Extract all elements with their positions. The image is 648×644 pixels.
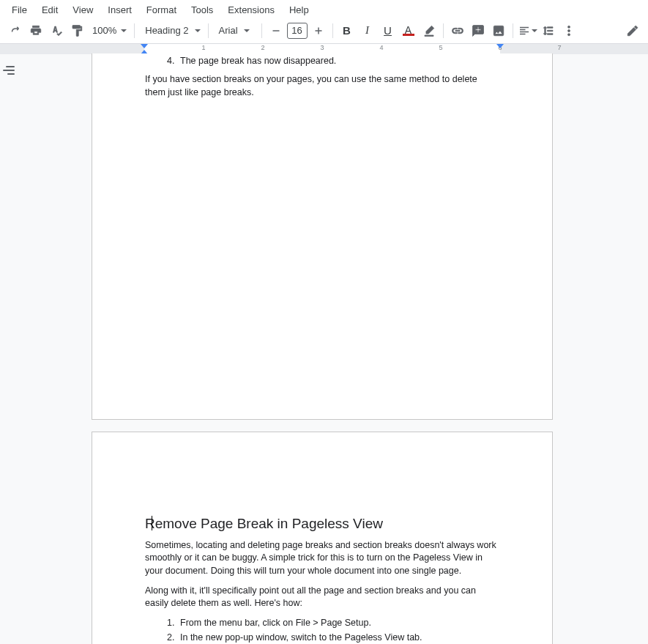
svg-point-1 — [567, 29, 570, 32]
menu-extensions[interactable]: Extensions — [220, 3, 282, 17]
spellcheck-icon — [50, 24, 63, 37]
first-line-indent-marker[interactable] — [141, 44, 148, 48]
text-color-swatch — [403, 34, 414, 36]
right-indent-marker[interactable] — [496, 44, 504, 48]
menu-file[interactable]: File — [4, 3, 34, 17]
redo-icon — [9, 24, 22, 37]
document-page[interactable]: Remove Page Break in Pageless View Somet… — [92, 432, 553, 644]
italic-icon: I — [365, 24, 369, 37]
print-icon — [29, 24, 42, 37]
more-vert-icon — [562, 24, 576, 37]
insert-link-button[interactable] — [448, 21, 467, 40]
insert-image-button[interactable] — [489, 21, 508, 40]
font-family-select[interactable]: Arial — [213, 21, 257, 40]
redo-button[interactable] — [6, 21, 25, 40]
link-icon — [451, 24, 464, 37]
add-comment-button[interactable] — [469, 21, 488, 40]
highlighter-icon — [422, 24, 436, 37]
menu-edit[interactable]: Edit — [34, 3, 65, 17]
menu-view[interactable]: View — [65, 3, 100, 17]
menu-format[interactable]: Format — [139, 3, 184, 17]
plus-icon — [312, 24, 325, 37]
paragraph-style-select[interactable]: Heading 2 — [139, 21, 203, 40]
zoom-select[interactable]: 100% — [88, 21, 130, 40]
paragraph[interactable]: Along with it, it'll specifically point … — [145, 585, 499, 610]
separator — [208, 23, 209, 38]
paragraph-style-value: Heading 2 — [145, 25, 188, 36]
font-size-decrease-button[interactable] — [267, 21, 286, 40]
list-item[interactable]: In the new pop-up window, switch to the … — [177, 632, 499, 644]
svg-point-2 — [567, 33, 570, 35]
minus-icon — [269, 24, 283, 37]
list-item[interactable]: From the menu bar, click on File > Page … — [177, 617, 499, 629]
horizontal-ruler[interactable]: 1 2 3 4 5 6 7 — [0, 44, 648, 54]
menu-insert[interactable]: Insert — [100, 3, 139, 17]
spellcheck-button[interactable] — [47, 21, 66, 40]
chevron-down-icon — [195, 29, 201, 32]
separator — [261, 23, 262, 38]
document-outline-toggle[interactable] — [1, 66, 15, 75]
bold-button[interactable]: B — [338, 21, 357, 40]
image-icon — [492, 24, 505, 37]
font-size-group: 16 — [267, 21, 328, 40]
bold-icon: B — [343, 24, 351, 37]
underline-icon: U — [384, 24, 392, 37]
separator — [332, 23, 333, 38]
chevron-down-icon — [121, 29, 127, 32]
text-color-button[interactable]: A — [399, 21, 418, 40]
print-button[interactable] — [26, 21, 45, 40]
svg-point-0 — [567, 26, 570, 28]
font-family-value: Arial — [219, 25, 238, 36]
highlight-color-button[interactable] — [420, 21, 439, 40]
chevron-down-icon — [532, 29, 537, 32]
outline-icon — [6, 66, 15, 67]
line-spacing-button[interactable] — [539, 21, 558, 40]
ordered-list: From the menu bar, click on File > Page … — [145, 617, 499, 644]
page-gap — [92, 420, 553, 432]
heading-2[interactable]: Remove Page Break in Pageless View — [145, 514, 499, 533]
toolbar: 100% Heading 2 Arial 16 B I U A — [0, 18, 648, 44]
paragraph[interactable]: If you have section breaks on your pages… — [145, 73, 499, 99]
line-spacing-icon — [542, 24, 555, 37]
separator — [443, 23, 444, 38]
menu-bar: File Edit View Insert Format Tools Exten… — [0, 0, 648, 18]
editing-mode-button[interactable] — [623, 21, 642, 40]
document-page[interactable]: The page break has now disappeared. If y… — [92, 53, 553, 420]
underline-button[interactable]: U — [379, 21, 398, 40]
paint-format-button[interactable] — [67, 21, 86, 40]
font-size-input[interactable]: 16 — [287, 23, 308, 39]
zoom-value: 100% — [92, 25, 116, 36]
ordered-list: The page break has now disappeared. — [145, 55, 499, 67]
chevron-down-icon — [244, 29, 250, 32]
separator — [513, 23, 513, 38]
align-button[interactable] — [518, 21, 537, 40]
pencil-icon — [626, 24, 639, 37]
document-canvas: 1 2 3 4 5 6 7 The page break has now dis… — [0, 44, 648, 644]
menu-tools[interactable]: Tools — [184, 3, 220, 17]
menu-help[interactable]: Help — [282, 3, 316, 17]
paint-roller-icon — [70, 24, 83, 37]
separator — [134, 23, 135, 38]
list-item[interactable]: The page break has now disappeared. — [177, 55, 499, 67]
align-left-icon — [518, 24, 531, 37]
more-button[interactable] — [559, 21, 578, 40]
italic-button[interactable]: I — [358, 21, 377, 40]
font-size-value: 16 — [291, 25, 302, 36]
font-size-increase-button[interactable] — [309, 21, 328, 40]
text-cursor — [152, 516, 152, 530]
paragraph[interactable]: Sometimes, locating and deleting page br… — [145, 539, 499, 577]
comment-plus-icon — [472, 24, 485, 37]
